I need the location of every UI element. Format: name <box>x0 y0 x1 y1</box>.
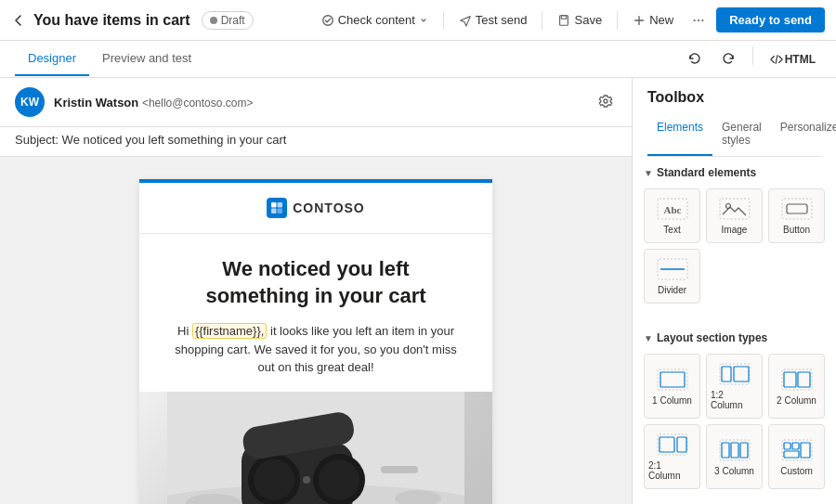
image-element-label: Image <box>722 225 748 235</box>
button-icon <box>780 197 814 221</box>
chevron-down-icon: ▼ <box>644 333 653 343</box>
custom-icon <box>780 438 814 462</box>
2-column-layout[interactable]: 2 Column <box>768 354 825 419</box>
email-meta: KW Kristin Watson <hello@contoso.com> <box>0 78 632 127</box>
draft-label: Draft <box>221 14 245 27</box>
nav-tab-right: HTML <box>682 46 821 72</box>
2col-label: 2 Column <box>777 395 816 406</box>
toolbox-tab-elements[interactable]: Elements <box>647 113 712 156</box>
redo-button[interactable] <box>715 46 741 72</box>
settings-button[interactable] <box>594 90 617 115</box>
email-area: KW Kristin Watson <hello@contoso.com> Su… <box>0 78 632 504</box>
svg-point-5 <box>701 19 703 20</box>
divider <box>542 11 542 30</box>
email-canvas: CONTOSO We noticed you left something in… <box>139 179 492 504</box>
email-headline: We noticed you left something in your ca… <box>169 256 463 309</box>
ready-to-send-button[interactable]: Ready to send <box>716 7 825 32</box>
svg-rect-43 <box>731 443 738 458</box>
tab-designer[interactable]: Designer <box>15 42 89 76</box>
svg-rect-40 <box>677 437 686 452</box>
toolbox-title: Toolbox <box>647 89 821 106</box>
toolbox-tab-general-styles[interactable]: General styles <box>712 113 771 156</box>
divider-element[interactable]: Divider <box>644 249 700 304</box>
svg-rect-24 <box>720 199 750 219</box>
3col-icon <box>718 438 751 462</box>
subject-bar: Subject: We noticed you left something i… <box>0 127 632 157</box>
svg-rect-2 <box>562 15 567 19</box>
svg-rect-47 <box>792 443 799 449</box>
svg-text:Abc: Abc <box>663 204 681 215</box>
svg-rect-21 <box>381 466 418 473</box>
undo-button[interactable] <box>682 46 708 72</box>
standard-elements-header[interactable]: ▼ Standard elements <box>644 166 825 179</box>
text-element-label: Text <box>663 225 680 235</box>
brand-icon <box>267 198 287 218</box>
divider <box>752 46 753 65</box>
2-1col-label: 2:1 Column <box>648 460 696 481</box>
text-element[interactable]: Abc Text <box>644 188 700 243</box>
back-button[interactable] <box>11 13 26 28</box>
email-image-block[interactable] <box>139 392 492 504</box>
brand-logo: CONTOSO <box>267 198 365 218</box>
1col-label: 1 Column <box>652 395 692 406</box>
top-bar: You have items in cart Draft Check conte… <box>0 0 836 41</box>
svg-rect-8 <box>271 209 277 214</box>
1-column-layout[interactable]: 1 Column <box>644 354 700 419</box>
email-header[interactable]: CONTOSO <box>139 183 492 234</box>
svg-rect-6 <box>271 202 277 208</box>
standard-elements-label: Standard elements <box>657 166 756 179</box>
svg-rect-34 <box>734 367 749 381</box>
toolbox-tabs: Elements General styles Personalize <box>647 113 821 157</box>
button-element[interactable]: Button <box>768 188 825 243</box>
2-1-column-layout[interactable]: 2:1 Column <box>644 424 700 489</box>
nav-tabs: Designer Preview and test HTML <box>0 41 836 78</box>
sender-name: Kristin Watson <box>54 96 138 110</box>
brand-name: CONTOSO <box>293 200 365 215</box>
layout-section-header[interactable]: ▼ Layout section types <box>644 331 825 344</box>
divider-element-label: Divider <box>658 285 686 295</box>
svg-rect-48 <box>801 443 810 458</box>
svg-point-14 <box>254 459 294 500</box>
layout-section-label: Layout section types <box>657 331 767 344</box>
svg-point-17 <box>303 476 310 484</box>
1-2col-icon <box>718 362 751 386</box>
sender-email: <hello@contoso.com> <box>142 97 254 110</box>
image-element[interactable]: Image <box>706 188 763 243</box>
save-button[interactable]: Save <box>550 8 609 32</box>
main-layout: KW Kristin Watson <hello@contoso.com> Su… <box>0 78 836 504</box>
text-icon: Abc <box>656 197 689 221</box>
draft-dot <box>210 17 217 24</box>
button-element-label: Button <box>783 225 810 235</box>
elements-grid: Abc Text Image Button <box>644 188 825 304</box>
product-image-placeholder <box>139 392 492 504</box>
personalization-tag: {{firstname}}, <box>192 323 267 339</box>
svg-point-25 <box>725 204 730 209</box>
3-column-layout[interactable]: 3 Column <box>706 424 763 489</box>
test-send-button[interactable]: Test send <box>451 8 535 32</box>
custom-layout[interactable]: Custom <box>768 424 825 489</box>
svg-rect-49 <box>784 451 799 458</box>
more-button[interactable] <box>685 9 712 32</box>
divider <box>617 11 618 30</box>
page-title: You have items in cart <box>33 12 190 29</box>
tab-preview-and-test[interactable]: Preview and test <box>89 42 204 76</box>
email-body[interactable]: We noticed you left something in your ca… <box>139 234 492 392</box>
svg-point-4 <box>698 19 699 20</box>
svg-rect-9 <box>278 209 283 214</box>
2-1col-icon <box>656 433 689 457</box>
email-canvas-area: CONTOSO We noticed you left something in… <box>0 157 632 504</box>
svg-rect-33 <box>722 367 731 381</box>
html-button[interactable]: HTML <box>764 46 821 72</box>
chevron-down-icon: ▼ <box>644 168 653 178</box>
new-button[interactable]: New <box>625 8 681 32</box>
subject-value: We noticed you left something in your ca… <box>62 133 287 147</box>
divider-icon <box>656 257 689 281</box>
check-content-button[interactable]: Check content <box>314 8 436 32</box>
email-subtext: Hi {{firstname}}, it looks like you left… <box>169 322 463 377</box>
top-bar-actions: Check content Test send Save New Ready t… <box>314 7 825 32</box>
1-2-column-layout[interactable]: 1:2 Column <box>706 354 763 419</box>
subject-label: Subject: <box>15 133 59 147</box>
3col-label: 3 Column <box>714 466 754 476</box>
sender-info: Kristin Watson <hello@contoso.com> <box>54 96 585 110</box>
toolbox-tab-personalize[interactable]: Personalize <box>771 113 836 156</box>
